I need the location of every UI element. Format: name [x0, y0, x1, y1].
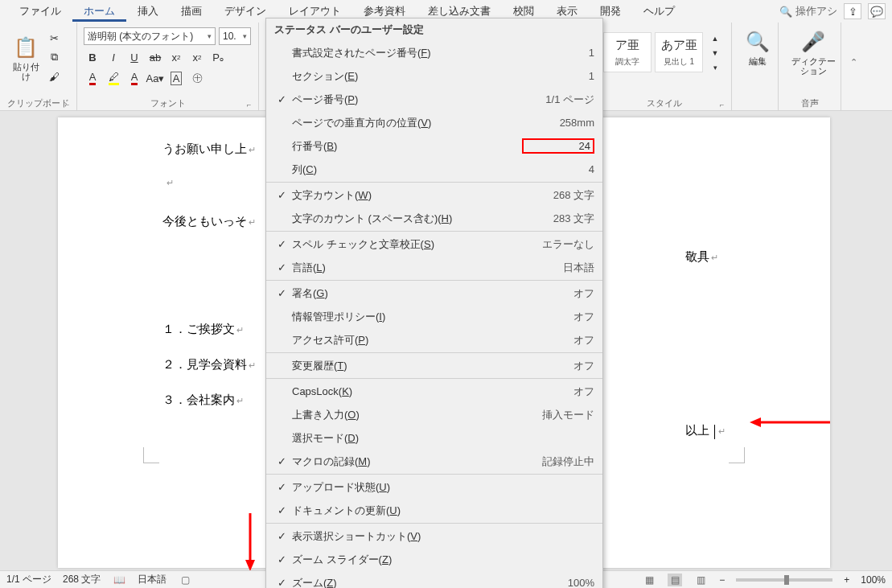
chevron-up-icon: ⌃	[850, 57, 857, 68]
brush-icon: 🖌	[49, 71, 60, 83]
menu-file[interactable]: ファイル	[8, 1, 72, 22]
superscript-button[interactable]: x2	[188, 48, 206, 66]
ribbon-group-styles: ア亜 調太字 あア亜 見出し 1 ▲ ▼ ▾ スタイル ⌐	[597, 23, 732, 110]
phonetic-guide-button[interactable]: Pₒ	[209, 48, 227, 66]
bold-button[interactable]: B	[84, 48, 101, 66]
context-menu-item[interactable]: ✓ページ番号(P)1/1 ページ	[266, 88, 602, 111]
context-menu-item[interactable]: ✓文字カウント(W)268 文字	[266, 183, 602, 207]
context-menu-item[interactable]: ✓言語(L)日本語	[266, 256, 602, 279]
cut-button[interactable]: ✂	[45, 29, 63, 47]
read-mode-icon[interactable]: ▦	[642, 574, 656, 586]
context-menu-item-label: 文字のカウント (スペース含む)(H)	[292, 212, 522, 226]
context-menu-item[interactable]: 列(C)4	[266, 158, 602, 181]
context-menu-item[interactable]: ✓スペル チェックと文章校正(S)エラーなし	[266, 232, 602, 256]
context-menu-item[interactable]: 変更履歴(T)オフ	[266, 354, 602, 377]
zoom-level[interactable]: 100%	[861, 574, 886, 586]
context-menu-item[interactable]: 上書き入力(O)挿入モード	[266, 403, 602, 426]
context-menu-item[interactable]: アクセス許可(P)オフ	[266, 328, 602, 352]
paragraph-mark: ↵	[166, 178, 174, 188]
menu-insert[interactable]: 挿入	[126, 1, 170, 22]
highlight-button[interactable]: 🖊	[105, 69, 122, 87]
zoom-slider-thumb[interactable]	[784, 575, 789, 585]
enclose-character-button[interactable]: ㊉	[188, 69, 206, 87]
context-menu-item[interactable]: ✓ドキュメントの更新(U)	[266, 499, 602, 522]
strikethrough-button[interactable]: ab	[146, 48, 164, 66]
context-menu-item[interactable]: 情報管理ポリシー(I)オフ	[266, 305, 602, 328]
context-menu-item-value: 1	[522, 70, 594, 82]
status-words[interactable]: 268 文字	[63, 573, 101, 586]
context-menu-item[interactable]: 選択モード(D)	[266, 426, 602, 450]
font-name-combo[interactable]: 游明朝 (本文のフォント)▾	[84, 27, 216, 45]
check-icon: ✓	[271, 189, 292, 201]
context-menu-item[interactable]: ✓ズーム スライダー(Z)	[266, 548, 602, 571]
context-menu-item-label: スペル チェックと文章校正(S)	[292, 237, 522, 252]
status-page[interactable]: 1/1 ページ	[6, 573, 51, 586]
doc-line-4: １．ご挨拶文	[162, 322, 244, 337]
change-case-button[interactable]: Aa▾	[146, 69, 164, 87]
macro-record-icon[interactable]: ▢	[178, 574, 192, 586]
styles-launcher[interactable]: ⌐	[720, 101, 728, 109]
web-layout-icon[interactable]: ▥	[693, 574, 708, 586]
zoom-in-button[interactable]: +	[844, 574, 849, 586]
status-language[interactable]: 日本語	[138, 573, 166, 586]
tell-me-search[interactable]: 🔍 操作アシ	[779, 4, 837, 19]
context-menu-item[interactable]: ページでの垂直方向の位置(V)258mm	[266, 111, 602, 134]
paste-button[interactable]: 📋 貼り付け	[6, 26, 45, 90]
print-layout-icon[interactable]: ▤	[668, 574, 682, 586]
style-emphasis-bold[interactable]: ア亜 調太字	[603, 32, 652, 72]
context-menu-item-label: 変更履歴(T)	[292, 359, 522, 373]
dictation-label: ディクテーション	[788, 56, 838, 76]
search-icon: 🔍	[746, 29, 770, 55]
clipboard-launcher[interactable]: ⌐	[65, 101, 73, 109]
context-menu-item[interactable]: ✓ズーム(Z)100%	[266, 571, 602, 588]
ribbon-group-clipboard: 📋 貼り付け ✂ ⧉ 🖌 クリップボード ⌐	[0, 23, 77, 110]
check-icon: ✓	[271, 455, 292, 467]
font-size-combo[interactable]: 10.▾	[219, 27, 251, 45]
context-menu-item[interactable]: CapsLock(K)オフ	[266, 380, 602, 403]
text-effects-button[interactable]: A	[125, 69, 143, 87]
separator	[266, 280, 602, 281]
context-menu-item-label: 列(C)	[292, 162, 522, 177]
underline-button[interactable]: U	[125, 48, 143, 66]
context-menu-item[interactable]: 行番号(B)24	[266, 134, 602, 158]
ribbon-collapse[interactable]: ⌃	[841, 23, 864, 110]
context-menu-item[interactable]: 書式設定されたページ番号(F)1	[266, 41, 602, 64]
styles-scroll-down[interactable]: ▼	[706, 47, 724, 60]
editing-label: 編集	[749, 56, 767, 66]
ribbon-group-font: 游明朝 (本文のフォント)▾ 10.▾ B I U ab x2 x2 Pₒ A …	[77, 23, 259, 110]
font-launcher[interactable]: ⌐	[247, 101, 255, 109]
context-menu-item-value: 挿入モード	[522, 408, 594, 422]
copy-button[interactable]: ⧉	[45, 48, 63, 66]
menu-draw[interactable]: 描画	[170, 1, 213, 22]
context-menu-item[interactable]: 文字のカウント (スペース含む)(H)283 文字	[266, 207, 602, 230]
styles-expand[interactable]: ▾	[706, 61, 724, 74]
italic-button[interactable]: I	[105, 48, 122, 66]
editing-button[interactable]: 🔍 編集	[738, 26, 777, 69]
character-border-button[interactable]: A	[167, 69, 185, 87]
zoom-out-button[interactable]: −	[719, 574, 725, 586]
voice-group-label: 音声	[779, 97, 841, 109]
subscript-button[interactable]: x2	[167, 48, 185, 66]
context-menu-item-value: 268 文字	[522, 188, 594, 203]
spell-check-icon[interactable]: 📖	[112, 574, 126, 586]
comments-icon[interactable]: 💬	[868, 3, 886, 19]
format-painter-button[interactable]: 🖌	[45, 68, 63, 85]
menu-help[interactable]: ヘルプ	[632, 1, 686, 22]
context-menu-item[interactable]: ✓アップロード状態(U)	[266, 475, 602, 499]
context-menu-item[interactable]: ✓表示選択ショートカット(V)	[266, 524, 602, 548]
menu-home[interactable]: ホーム	[72, 1, 126, 22]
paste-label: 貼り付け	[10, 62, 42, 81]
context-menu-item[interactable]: セクション(E)1	[266, 64, 602, 88]
zoom-slider[interactable]	[736, 578, 832, 582]
styles-scroll-up[interactable]: ▲	[706, 32, 724, 45]
context-menu-item[interactable]: ✓マクロの記録(M)記録停止中	[266, 450, 602, 473]
context-menu-item[interactable]: ✓署名(G)オフ	[266, 282, 602, 305]
check-icon: ✓	[271, 93, 292, 105]
dictation-button[interactable]: 🎤 ディクテーション	[785, 26, 841, 79]
share-icon[interactable]: ⇪	[844, 3, 861, 19]
context-menu-title: ステータス バーのユーザー設定	[266, 19, 602, 41]
style-heading-1[interactable]: あア亜 見出し 1	[655, 32, 703, 72]
search-icon: 🔍	[779, 6, 792, 18]
tell-me-placeholder: 操作アシ	[795, 4, 837, 19]
font-color-button[interactable]: A	[84, 69, 101, 87]
